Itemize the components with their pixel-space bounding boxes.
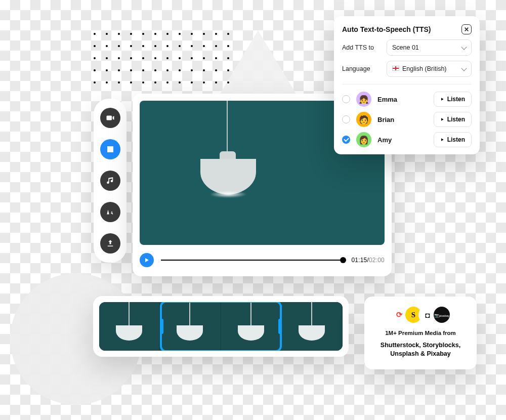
decorative-dot-grid [89,28,234,89]
sources-subtitle: 1M+ Premium Media from [373,330,468,336]
tool-rail [94,99,126,263]
voice-name: Amy [377,136,428,144]
voice-avatar: 👩 [356,132,371,147]
voice-radio[interactable] [342,115,350,123]
player-transport: 01:15/02:00 [140,253,385,267]
timeline-thumb[interactable] [282,302,343,351]
tts-close-button[interactable] [461,24,472,34]
total-time: 02:00 [369,257,385,264]
voice-avatar: 👧 [356,92,371,107]
tts-language-dropdown[interactable]: English (British) [387,61,472,77]
rail-video-button[interactable] [100,108,120,128]
timeline-thumb[interactable] [221,302,282,351]
play-icon [440,97,444,102]
voice-radio[interactable] [342,136,350,144]
voice-avatar: 🧑 [356,112,371,127]
rail-text-button[interactable] [100,202,120,222]
play-icon [440,117,444,122]
flag-english-icon [392,66,399,71]
chevron-down-icon [461,44,467,50]
upload-icon [106,239,115,248]
seek-knob[interactable] [340,257,346,263]
media-logo-row: ⟳ S ◘ 📷pixabay [373,306,468,324]
media-sources-card: ⟳ S ◘ 📷pixabay 1M+ Premium Media from Sh… [364,297,477,369]
timeline-card [93,296,349,357]
sources-providers: Shutterstock, Storyblocks, Unsplash & Pi… [373,341,468,358]
voice-row-brian: 🧑BrianListen [342,112,472,127]
current-time: 01:15 [351,257,367,264]
listen-button[interactable]: Listen [434,132,472,147]
camera-icon [106,113,115,122]
logo-pixabay: 📷pixabay [433,306,451,324]
voice-radio[interactable] [342,95,350,103]
timecode: 01:15/02:00 [351,257,385,264]
tts-voice-list: 👧EmmaListen🧑BrianListen👩AmyListen [342,84,472,147]
play-icon [440,137,444,142]
tts-language-label: Language [342,65,382,72]
chevron-down-icon [461,65,467,71]
rail-upload-button[interactable] [100,233,120,254]
voice-name: Emma [377,96,428,103]
timeline-thumb[interactable] [160,302,221,351]
image-icon [106,145,115,154]
music-icon [106,176,115,185]
voice-row-emma: 👧EmmaListen [342,92,472,107]
tts-addto-label: Add TTS to [342,44,382,51]
tts-language-value: English (British) [402,65,447,72]
play-icon [144,257,150,263]
play-button[interactable] [140,253,154,267]
listen-button[interactable]: Listen [434,112,472,127]
tts-scene-value: Scene 01 [392,44,419,51]
tts-scene-dropdown[interactable]: Scene 01 [387,39,472,56]
timeline-track[interactable] [99,302,343,351]
rail-image-button[interactable] [100,139,120,159]
voice-name: Brian [377,116,428,123]
listen-button[interactable]: Listen [434,92,472,107]
voice-row-amy: 👩AmyListen [342,132,472,147]
timeline-thumb[interactable] [99,302,160,351]
tts-title: Auto Text-to-Speech (TTS) [342,25,431,33]
rail-music-button[interactable] [100,171,120,191]
seek-track[interactable] [161,260,344,261]
text-icon [106,207,115,217]
close-icon [464,27,469,32]
tts-panel: Auto Text-to-Speech (TTS) Add TTS to Sce… [334,16,480,154]
